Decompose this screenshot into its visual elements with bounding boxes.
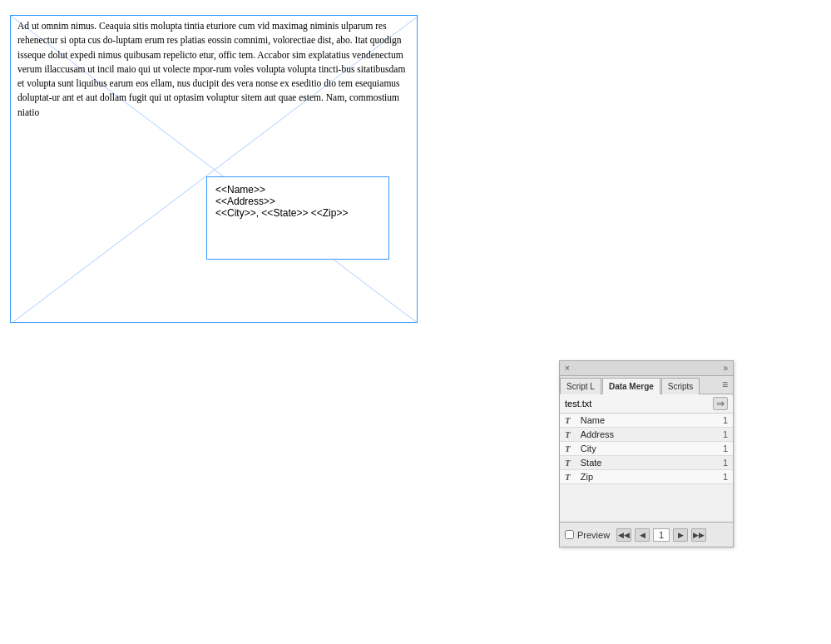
field-count-state: 1 [718,456,733,470]
field-name-city: City [576,442,718,456]
panel-footer: Preview ◀◀ ◀ 1 ▶ ▶▶ [560,522,733,547]
table-row: T Name 1 [560,414,733,428]
panel-tabs: Script L Data Merge Scripts ≡ [560,376,733,394]
field-name-name: Name [576,414,718,428]
panel-collapse-button[interactable]: » [723,364,728,373]
table-row: T City 1 [560,442,733,456]
canvas: Ad ut omnim nimus. Ceaquia sitis molupta… [0,0,831,644]
field-type-name: T [560,414,576,428]
nav-prev-button[interactable]: ◀ [635,528,650,542]
address-street: <<Address>> [215,196,380,207]
panel-titlebar: × » [560,361,733,376]
nav-first-button[interactable]: ◀◀ [616,528,631,542]
field-type-address: T [560,428,576,442]
field-type-zip: T [560,470,576,484]
field-type-state: T [560,456,576,470]
preview-checkbox[interactable] [565,530,574,539]
field-count-zip: 1 [718,470,733,484]
field-count-address: 1 [718,428,733,442]
file-action-button[interactable]: ⇒ [713,397,728,410]
tab-script-l[interactable]: Script L [560,378,601,394]
tab-scripts[interactable]: Scripts [661,378,700,394]
field-name-state: State [576,456,718,470]
field-type-city: T [560,442,576,456]
field-count-name: 1 [718,414,733,428]
nav-next-button[interactable]: ▶ [673,528,688,542]
table-row: T Zip 1 [560,470,733,484]
fields-table: T Name 1 T Address 1 T City 1 T State [560,414,733,484]
field-name-zip: Zip [576,470,718,484]
field-name-address: Address [576,428,718,442]
address-name: <<Name>> [215,184,380,196]
address-city-state-zip: <<City>>, <<State>> <<Zip>> [215,207,380,219]
data-merge-panel: × » Script L Data Merge Scripts ≡ test.t… [559,360,734,547]
page-number: 1 [653,528,670,542]
text-frame[interactable]: Ad ut omnim nimus. Ceaquia sitis molupta… [10,15,418,323]
table-row: T Address 1 [560,428,733,442]
lorem-text: Ad ut omnim nimus. Ceaquia sitis molupta… [17,19,410,120]
table-row: T State 1 [560,456,733,470]
nav-last-button[interactable]: ▶▶ [691,528,706,542]
tab-data-merge[interactable]: Data Merge [602,378,660,394]
file-name: test.txt [565,399,591,409]
address-frame[interactable]: <<Name>> <<Address>> <<City>>, <<State>>… [206,176,389,260]
file-row: test.txt ⇒ [560,394,733,414]
panel-menu-button[interactable]: ≡ [717,375,733,394]
field-count-city: 1 [718,442,733,456]
preview-label: Preview [577,530,610,540]
panel-close-button[interactable]: × [565,364,570,373]
